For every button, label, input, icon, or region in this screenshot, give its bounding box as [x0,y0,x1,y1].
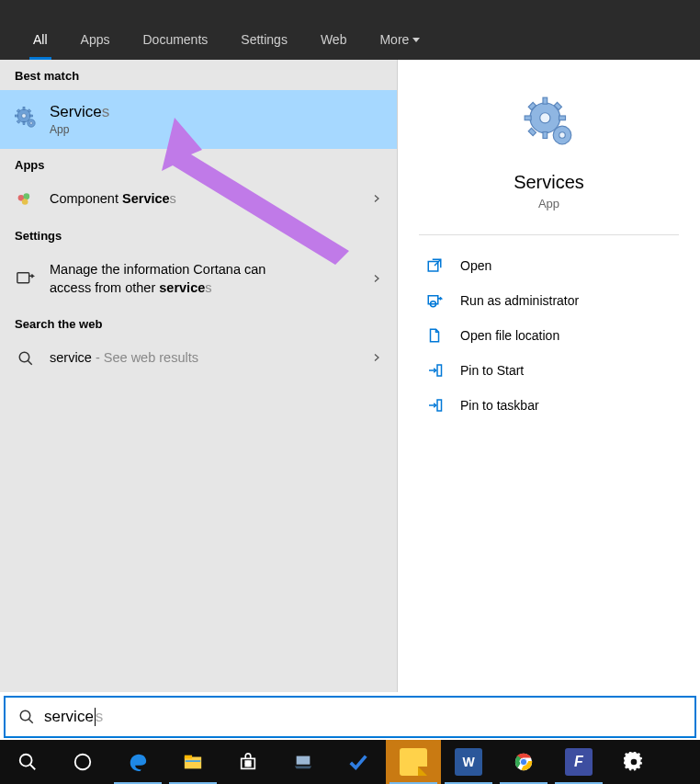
taskbar: W F [0,740,700,784]
svg-line-39 [30,765,36,770]
search-icon [18,709,35,725]
taskbar-search-button[interactable] [0,740,55,784]
result-component-services[interactable]: Component Services [0,179,397,220]
word-icon: W [455,748,482,776]
taskbar-laptop-button[interactable] [276,740,331,784]
best-match-sub: App [50,123,109,136]
tab-apps[interactable]: Apps [64,32,127,60]
taskbar-cortana-button[interactable] [55,740,110,784]
cortana-icon [73,752,93,772]
preview-actions: Open Run as administrator Open file loca… [398,235,700,423]
search-icon [15,350,37,367]
section-settings: Settings [0,220,397,250]
chevron-right-icon [371,350,382,367]
taskbar-todo-button[interactable] [331,740,386,784]
svg-point-16 [19,352,29,362]
best-match-titles: Services App [50,103,109,136]
taskbar-chrome-button[interactable] [496,740,551,784]
admin-icon [425,292,444,309]
open-location-icon [425,327,444,344]
action-run-admin[interactable]: Run as administrator [425,283,700,318]
result-label: service - See web results [50,349,358,368]
preview-pane: Services App Open Run as administrator O… [397,60,700,692]
taskbar-store-button[interactable] [220,740,276,784]
chevron-right-icon [371,191,382,208]
svg-rect-34 [437,400,442,411]
svg-rect-48 [248,764,250,766]
preview-title: Services [514,172,584,193]
svg-point-38 [20,755,32,767]
section-best-match: Best match [0,60,397,90]
svg-rect-15 [17,272,29,282]
action-label: Run as administrator [460,293,579,308]
result-cortana-services[interactable]: Manage the information Cortana can acces… [0,250,397,308]
action-open-location[interactable]: Open file location [425,318,700,353]
svg-rect-21 [543,132,548,139]
svg-rect-47 [245,764,247,766]
taskbar-settings-button[interactable] [606,740,661,784]
svg-point-36 [20,710,30,721]
open-icon [425,257,444,274]
action-label: Pin to Start [460,363,524,378]
taskbar-stickynotes-button[interactable] [386,740,441,784]
svg-point-1 [22,114,27,119]
svg-rect-3 [23,122,25,125]
tab-settings[interactable]: Settings [224,32,304,60]
action-pin-start[interactable]: Pin to Start [425,353,700,388]
best-match-result[interactable]: Services App [0,90,397,149]
svg-line-17 [28,360,32,365]
chrome-icon [514,752,534,772]
svg-rect-42 [185,756,192,759]
svg-rect-33 [437,365,442,376]
svg-rect-41 [185,757,201,769]
preview-subtitle: App [538,197,559,210]
result-label: Component Services [50,190,358,209]
svg-point-14 [22,199,28,205]
component-services-icon [15,190,37,209]
svg-rect-31 [428,296,438,304]
tab-all[interactable]: All [17,32,64,60]
store-icon [238,752,258,772]
svg-line-37 [28,719,33,723]
app-f-icon: F [565,748,593,776]
taskbar-explorer-button[interactable] [165,740,220,784]
svg-point-29 [559,132,565,139]
action-label: Pin to taskbar [460,398,539,413]
pin-taskbar-icon [425,397,444,414]
gear-icon [624,752,644,772]
result-web-search[interactable]: service - See web results [0,338,397,379]
search-input[interactable]: services [4,696,696,738]
svg-point-11 [30,122,33,125]
svg-rect-20 [543,97,548,104]
best-match-name: Services [50,103,109,121]
tab-documents[interactable]: Documents [126,32,224,60]
laptop-icon [293,752,313,772]
svg-rect-5 [30,115,33,117]
svg-rect-23 [559,116,565,120]
action-pin-taskbar[interactable]: Pin to taskbar [425,388,700,423]
chevron-right-icon [371,271,382,288]
results-list: Best match Services App Apps Component S… [0,60,397,692]
taskbar-app-f-button[interactable]: F [551,740,606,784]
result-label: Manage the information Cortana can acces… [50,261,358,297]
taskbar-edge-button[interactable] [110,740,165,784]
svg-rect-22 [525,116,531,120]
services-gear-icon [15,107,37,132]
checkmark-icon [348,752,368,772]
file-explorer-icon [183,752,203,772]
svg-rect-45 [245,761,247,763]
svg-rect-46 [248,761,250,763]
search-results-area: Best match Services App Apps Component S… [0,60,700,692]
svg-rect-2 [23,108,25,110]
search-typed-text: services [44,708,103,726]
section-web: Search the web [0,308,397,338]
action-label: Open file location [460,328,559,343]
taskbar-word-button[interactable]: W [441,740,496,784]
tab-web[interactable]: Web [304,32,364,60]
edge-icon [128,752,148,772]
tab-more[interactable]: More [363,32,436,60]
section-apps: Apps [0,149,397,179]
permissions-icon [15,269,37,290]
action-open[interactable]: Open [425,248,700,283]
svg-point-13 [24,193,30,199]
